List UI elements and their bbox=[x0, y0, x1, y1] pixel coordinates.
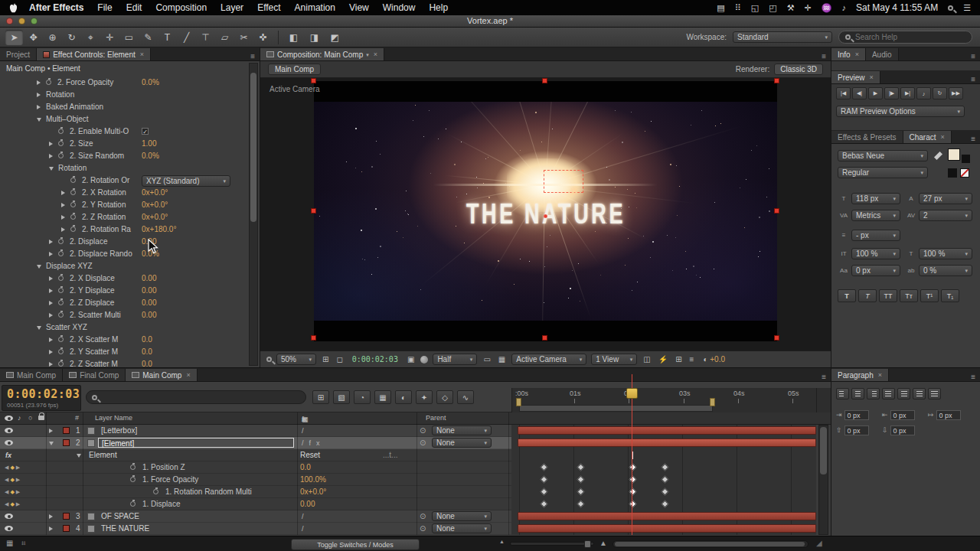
keyframe-icon[interactable] bbox=[629, 500, 637, 508]
property-row[interactable]: 2. Y Displace0.00 bbox=[0, 285, 247, 297]
scrollbar[interactable] bbox=[249, 63, 258, 366]
stopwatch-icon[interactable] bbox=[46, 80, 51, 85]
help-search[interactable] bbox=[838, 31, 972, 44]
font-style-select[interactable]: Regular▾ bbox=[838, 167, 928, 178]
twirl-icon[interactable] bbox=[49, 514, 53, 519]
selection-handle[interactable] bbox=[311, 78, 316, 83]
line-spacing-field[interactable]: - px▾ bbox=[851, 230, 900, 241]
property-row[interactable]: Rotation bbox=[0, 162, 247, 174]
stopwatch-icon[interactable] bbox=[130, 477, 136, 482]
renderer-button[interactable]: Classic 3D bbox=[774, 64, 823, 75]
parent-pickwhip-icon[interactable]: ⊙ bbox=[420, 510, 426, 523]
set-black-swatch[interactable] bbox=[948, 168, 957, 178]
parent-pickwhip-icon[interactable]: ⊙ bbox=[420, 523, 426, 535]
eye-icon[interactable] bbox=[5, 440, 13, 445]
tab-audio[interactable]: Audio bbox=[866, 48, 899, 60]
twirl-icon[interactable] bbox=[61, 227, 65, 232]
column-number[interactable]: # bbox=[75, 414, 79, 422]
column-layer-name[interactable]: Layer Name bbox=[95, 414, 132, 422]
property-row[interactable]: 2. X Displace0.00 bbox=[0, 272, 247, 285]
stopwatch-icon[interactable] bbox=[70, 178, 76, 183]
current-time-display[interactable]: 0:00:02:03 00051 (23.976 fps) bbox=[2, 385, 81, 411]
view-axis-mode-button[interactable]: ◩ bbox=[326, 30, 344, 45]
keyframe-at-time-icon[interactable]: ◆ bbox=[10, 489, 15, 494]
graph-editor-icon[interactable]: ∿ bbox=[457, 390, 474, 404]
twirl-icon[interactable] bbox=[37, 80, 41, 85]
menu-item-layer[interactable]: Layer bbox=[214, 0, 250, 15]
window-zoom-button[interactable] bbox=[31, 18, 38, 24]
twirl-icon[interactable] bbox=[61, 215, 65, 220]
shape-tool[interactable]: ▭ bbox=[120, 30, 138, 45]
notification-center-icon[interactable]: ☰ bbox=[963, 3, 971, 13]
work-area-start-handle[interactable] bbox=[516, 398, 521, 406]
timeline-horizontal-scrollbar[interactable] bbox=[612, 540, 808, 548]
keyframe-at-time-icon[interactable]: ◆ bbox=[10, 465, 15, 470]
roto-brush-tool[interactable]: ✂ bbox=[235, 30, 253, 45]
workspace-select[interactable]: Standard▾ bbox=[733, 31, 832, 43]
work-area-bar[interactable] bbox=[519, 405, 713, 412]
tab-character[interactable]: Charact× bbox=[903, 131, 952, 143]
keyframe-icon[interactable] bbox=[629, 488, 637, 496]
window-close-button[interactable] bbox=[6, 18, 13, 24]
property-row[interactable]: 2. Rotation OrXYZ (Standard)▾ bbox=[0, 174, 247, 187]
prop-row[interactable]: ◀◆▶1. Force Opacity100.0% bbox=[0, 474, 818, 486]
keyframe-icon[interactable] bbox=[662, 464, 669, 471]
property-row[interactable]: 2. Force Opacity0.0% bbox=[0, 77, 247, 89]
layer-switches[interactable]: / bbox=[302, 510, 309, 523]
twirl-icon[interactable] bbox=[37, 265, 41, 269]
align-left-button[interactable] bbox=[836, 388, 849, 399]
property-row[interactable]: Multi–Object bbox=[0, 113, 247, 126]
property-value[interactable]: 0.00 bbox=[300, 498, 315, 510]
layer-duration-bar[interactable] bbox=[518, 439, 816, 447]
app-menu-title[interactable]: After Effects bbox=[22, 2, 90, 13]
parent-select[interactable]: None▾ bbox=[432, 425, 492, 435]
widgets-icon[interactable]: ⠿ bbox=[735, 3, 741, 13]
row-track[interactable] bbox=[511, 437, 816, 449]
property-value[interactable]: 0.00 bbox=[142, 309, 156, 321]
menu-item-file[interactable]: File bbox=[90, 0, 119, 15]
motion-blur-icon[interactable]: ◐ bbox=[395, 390, 412, 404]
twirl-icon[interactable] bbox=[37, 93, 41, 97]
display-mirror-icon[interactable]: ◱ bbox=[751, 3, 759, 13]
audio-column-icon[interactable]: ♪ bbox=[18, 414, 21, 422]
tsume-field[interactable]: 0 %▾ bbox=[919, 265, 972, 276]
frame-blend-icon[interactable]: ▦ bbox=[374, 390, 391, 404]
keyframe-at-time-icon[interactable]: ◆ bbox=[10, 477, 15, 482]
effect-row[interactable]: fxElementReset...t... bbox=[0, 449, 818, 461]
selection-handle[interactable] bbox=[311, 335, 316, 341]
pen-tool[interactable]: ✎ bbox=[139, 30, 157, 45]
keyframe-icon[interactable] bbox=[577, 476, 585, 484]
space-before-field[interactable]: ⇧0 px bbox=[836, 425, 869, 435]
stopwatch-icon[interactable] bbox=[58, 288, 64, 293]
property-value[interactable]: 1.00 bbox=[142, 138, 156, 150]
layer-switches[interactable]: /fx bbox=[302, 437, 325, 449]
fill-color-swatch[interactable] bbox=[948, 148, 960, 161]
layer-row[interactable]: 4THE NATURE/⊙None▾ bbox=[0, 523, 818, 535]
next-keyframe-icon[interactable]: ▶ bbox=[16, 501, 21, 507]
property-row[interactable]: 2. X Scatter M0.0 bbox=[0, 334, 247, 346]
tab-project[interactable]: Project bbox=[0, 48, 37, 60]
twirl-icon[interactable] bbox=[49, 276, 53, 281]
indent-left-field[interactable]: ⇥0 px bbox=[836, 409, 869, 420]
selection-handle[interactable] bbox=[774, 78, 779, 83]
twirl-icon[interactable] bbox=[49, 442, 54, 445]
property-row[interactable]: 2. Size Random0.0% bbox=[0, 150, 247, 162]
spotlight-icon[interactable] bbox=[948, 5, 953, 11]
tab-info[interactable]: Info× bbox=[831, 48, 866, 60]
pixel-aspect-button[interactable]: ◫ bbox=[642, 355, 652, 364]
row-track[interactable] bbox=[511, 498, 816, 510]
brush-tool[interactable]: ╱ bbox=[178, 30, 195, 45]
kerning-field[interactable]: Metrics▾ bbox=[851, 210, 900, 221]
stopwatch-icon[interactable] bbox=[58, 129, 64, 134]
property-value[interactable]: 0.0% bbox=[142, 150, 159, 162]
clone-stamp-tool[interactable]: ⊤ bbox=[197, 30, 214, 45]
keyframe-icon[interactable] bbox=[662, 500, 669, 508]
resolution-select[interactable]: Half▾ bbox=[433, 354, 477, 365]
property-name[interactable]: 1. Position Z bbox=[142, 461, 185, 474]
tab-effects-presets[interactable]: Effects & Presets bbox=[831, 131, 903, 143]
flowchart-button[interactable]: ≡ bbox=[688, 355, 696, 364]
zoom-slider-thumb[interactable] bbox=[584, 540, 591, 548]
stroke-color-swatch[interactable] bbox=[962, 155, 970, 163]
stopwatch-icon[interactable] bbox=[70, 202, 76, 207]
keyframe-navigator[interactable]: ◀◆▶ bbox=[5, 498, 21, 510]
